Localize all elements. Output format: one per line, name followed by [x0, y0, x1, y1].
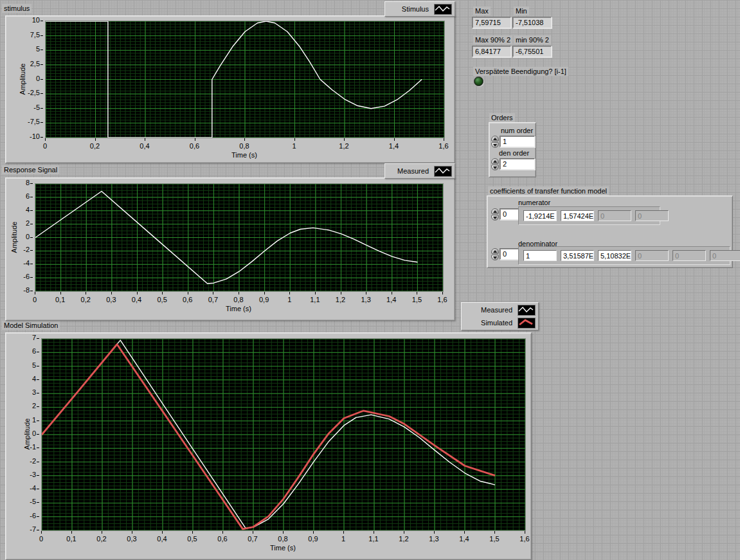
waveform-graph-stimulus[interactable]: 00,20,40,60,811,21,41,6107,552,50-2,5-5-…	[5, 15, 455, 163]
decrement-button[interactable]	[491, 142, 499, 148]
min90-label: min 90% 2	[514, 35, 551, 44]
den-order-increment-decrement[interactable]	[491, 158, 499, 170]
x-tick-label: 1,1	[302, 296, 328, 303]
denominator-element-0: 1	[523, 250, 557, 261]
late-termination-label: Verspätete Beendigung? [i-1]	[473, 67, 568, 76]
graph-title-model-simulation: Model Simulation	[2, 321, 60, 330]
x-tick-label: 1,4	[379, 296, 404, 303]
denominator-index-increment-decrement[interactable]	[491, 248, 499, 260]
x-tick	[45, 138, 46, 141]
waveform-graph-model-simulation[interactable]: 00,10,20,30,40,50,60,70,80,911,11,21,31,…	[5, 332, 532, 560]
increment-button[interactable]	[491, 136, 499, 141]
x-tick-label: 1,3	[421, 535, 447, 543]
y-tick-label: -10	[15, 132, 40, 140]
y-tick-label: 8	[5, 179, 30, 186]
plot-area[interactable]	[41, 338, 526, 531]
denominator-index-input[interactable]: 0	[500, 248, 520, 260]
y-tick	[37, 352, 39, 352]
y-tick	[37, 447, 39, 448]
x-tick-label: 0,3	[98, 296, 124, 303]
x-tick	[239, 292, 239, 294]
y-tick	[30, 237, 33, 238]
x-tick-label: 0,4	[124, 296, 150, 303]
y-tick-label: -6	[12, 512, 36, 519]
x-tick	[244, 138, 245, 141]
y-tick-label: -2	[12, 457, 36, 465]
min90-indicator: -6,75501	[512, 46, 552, 57]
den-order-input[interactable]: 2	[500, 158, 535, 170]
x-tick	[222, 531, 223, 534]
y-tick	[41, 122, 43, 123]
series-measured	[42, 340, 495, 528]
x-tick	[41, 531, 42, 534]
increment-button[interactable]	[491, 248, 499, 254]
y-tick	[37, 434, 39, 435]
x-tick-label: 0,2	[73, 296, 98, 303]
max90-label: Max 90% 2	[473, 35, 512, 44]
y-tick	[37, 406, 39, 407]
x-tick	[111, 292, 112, 294]
y-tick-label: 10	[15, 16, 40, 24]
x-tick	[343, 531, 344, 534]
y-axis-title: Amplitude	[19, 63, 26, 95]
y-tick-label: -4	[5, 259, 30, 267]
x-tick	[525, 531, 525, 534]
plot-area[interactable]	[35, 183, 444, 292]
x-tick	[188, 292, 188, 294]
x-tick-label: 1,3	[353, 296, 379, 303]
decrement-button[interactable]	[491, 255, 499, 260]
increment-button[interactable]	[491, 158, 499, 164]
max90-indicator: 6,84177	[472, 46, 511, 57]
y-tick-label: 4	[12, 375, 36, 383]
numerator-element-2: 0	[598, 210, 631, 221]
y-tick-label: -6	[5, 273, 30, 280]
legend-item-measured[interactable]: Measured	[388, 165, 452, 177]
y-tick	[30, 224, 33, 224]
num-order-input[interactable]: 1	[500, 136, 535, 147]
x-tick-label: 1	[330, 535, 356, 543]
y-tick	[37, 462, 39, 462]
y-tick-label: 7,5	[15, 31, 40, 39]
plot-area[interactable]	[45, 21, 445, 138]
legend-item-measured[interactable]: Measured	[464, 303, 536, 316]
y-tick	[30, 291, 33, 291]
x-tick-label: 1	[276, 296, 302, 303]
y-tick-label: 5	[15, 45, 40, 53]
num-order-increment-decrement[interactable]	[491, 136, 499, 148]
x-tick-label: 1,4	[381, 142, 407, 150]
numerator-index-input[interactable]: 0	[500, 208, 520, 220]
decrement-button[interactable]	[491, 165, 499, 170]
x-tick-label: 1,2	[328, 296, 354, 303]
y-tick	[37, 420, 39, 421]
numerator-index-increment-decrement[interactable]	[491, 208, 499, 221]
min-label: Min	[514, 6, 529, 15]
decrement-button[interactable]	[491, 215, 499, 221]
legend-item-simulated[interactable]: Simulated	[464, 316, 536, 329]
x-tick-label: 0,9	[251, 296, 277, 303]
numerator-label: numerator	[518, 198, 550, 207]
legend-item-stimulus[interactable]: Stimulus	[388, 3, 452, 15]
x-tick-label: 0,2	[89, 535, 114, 543]
x-tick	[404, 531, 404, 534]
x-tick-label: 0,6	[210, 535, 235, 543]
x-tick-label: 0	[22, 296, 48, 303]
x-tick	[313, 531, 314, 534]
y-tick	[30, 197, 33, 197]
graph-title-stimulus: stimulus	[2, 4, 32, 13]
denominator-element-5: 0	[710, 250, 740, 261]
x-tick-label: 0,4	[149, 535, 175, 543]
x-tick-label: 1,2	[391, 535, 417, 543]
x-tick	[494, 531, 495, 534]
y-tick-label: 7	[12, 334, 36, 341]
increment-button[interactable]	[491, 208, 499, 214]
y-tick	[41, 93, 43, 94]
waveform-icon	[434, 166, 452, 177]
waveform-graph-response-signal[interactable]: 00,10,20,30,40,50,60,70,80,911,11,21,31,…	[5, 177, 455, 321]
x-tick-label: 1,2	[331, 142, 357, 150]
x-axis-title: Time (s)	[41, 544, 525, 552]
x-tick	[95, 138, 96, 141]
coefficients-label: coefficients of transfer function model	[488, 186, 609, 195]
x-tick	[417, 292, 417, 294]
numerator-element-1: 1,57424E	[561, 210, 594, 221]
down-arrow-icon	[493, 167, 497, 169]
